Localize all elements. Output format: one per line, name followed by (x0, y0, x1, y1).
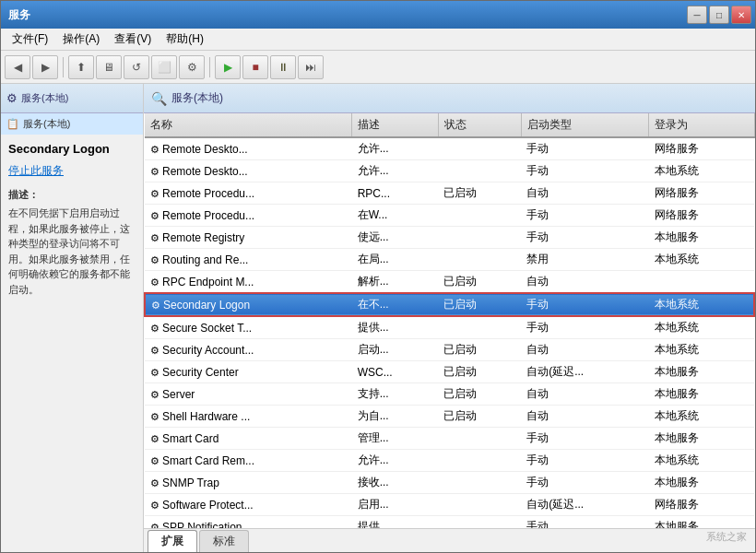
toolbar: ◀ ▶ ⬆ 🖥 ↺ ⬜ ⚙ ▶ ■ ⏸ ⏭ (1, 51, 755, 84)
tab-standard[interactable]: 标准 (199, 530, 249, 552)
left-panel-header: ⚙ 服务(本地) (1, 84, 143, 113)
service-logon-cell (649, 271, 754, 294)
service-name-cell: ⚙Security Center (145, 361, 352, 383)
service-name-cell: ⚙Remote Registry (145, 227, 352, 249)
service-status-cell (438, 249, 521, 271)
service-desc-cell: 接收... (352, 472, 439, 494)
service-logon-cell: 本地系统 (649, 160, 754, 182)
restart-service-button[interactable]: ⏭ (298, 55, 324, 79)
show-hide-button[interactable]: 🖥 (96, 55, 122, 79)
service-startup-cell: 禁用 (521, 249, 649, 271)
selected-service-title: Secondary Logon (8, 142, 136, 156)
tab-expand[interactable]: 扩展 (148, 530, 197, 552)
service-status-cell: 已启动 (438, 293, 521, 316)
service-startup-cell: 自动 (521, 271, 649, 294)
export-button[interactable]: ⬜ (151, 55, 177, 79)
stop-service-button[interactable]: ■ (242, 55, 268, 79)
col-logon[interactable]: 登录为 (649, 113, 754, 137)
desc-label: 描述： (8, 188, 136, 202)
service-name-cell: ⚙RPC Endpoint M... (145, 271, 352, 294)
service-startup-cell: 手动 (521, 205, 649, 227)
stop-service-link[interactable]: 停止此服务 (8, 163, 136, 179)
pause-service-button[interactable]: ⏸ (270, 55, 296, 79)
table-row[interactable]: ⚙Secure Socket T...提供...手动本地系统 (145, 316, 754, 339)
watermark: 系统之家 (706, 530, 747, 544)
service-icon: ⚙ (150, 367, 159, 379)
menu-file[interactable]: 文件(F) (5, 29, 55, 49)
table-row[interactable]: ⚙Server支持...已启动自动本地服务 (145, 383, 754, 406)
service-desc-cell: WSC... (352, 361, 439, 383)
service-status-cell (438, 494, 521, 516)
properties-button[interactable]: ⚙ (179, 55, 205, 79)
service-icon: ⚙ (150, 455, 159, 467)
table-row[interactable]: ⚙Remote Procedu...在W...手动网络服务 (145, 205, 754, 227)
service-desc-cell: 提供... (352, 316, 439, 339)
service-startup-cell: 手动 (521, 227, 649, 249)
service-info-panel: Secondary Logon 停止此服务 描述： 在不同凭据下启用启动过程，如… (1, 135, 143, 552)
table-row[interactable]: ⚙Smart Card Rem...允许...手动本地系统 (145, 450, 754, 472)
menu-help[interactable]: 帮助(H) (159, 29, 211, 49)
service-icon: ⚙ (150, 166, 159, 178)
table-row[interactable]: ⚙Smart Card管理...手动本地服务 (145, 428, 754, 450)
service-status-cell: 已启动 (438, 182, 521, 205)
service-status-cell: 已启动 (438, 383, 521, 406)
col-status[interactable]: 状态 (438, 113, 521, 137)
service-icon: ⚙ (150, 254, 159, 266)
table-row[interactable]: ⚙Security CenterWSC...已启动自动(延迟...本地服务 (145, 361, 754, 383)
right-panel-title: 服务(本地) (171, 90, 223, 106)
table-row[interactable]: ⚙SPP Notification ...提供...手动本地服务 (145, 516, 754, 529)
forward-button[interactable]: ▶ (32, 55, 58, 79)
service-table-container[interactable]: 名称 描述 状态 启动类型 登录为 ⚙Remote Deskto...允许...… (144, 113, 755, 528)
table-row[interactable]: ⚙Shell Hardware ...为自...已启动自动本地系统 (145, 406, 754, 428)
table-row[interactable]: ⚙Remote Registry使远...手动本地服务 (145, 227, 754, 249)
col-desc[interactable]: 描述 (352, 113, 439, 137)
table-row[interactable]: ⚙RPC Endpoint M...解析...已启动自动 (145, 271, 754, 294)
title-bar-buttons: ─ □ ✕ (687, 6, 751, 24)
table-row[interactable]: ⚙Remote Deskto...允许...手动网络服务 (145, 137, 754, 160)
back-button[interactable]: ◀ (5, 55, 30, 79)
minimize-button[interactable]: ─ (687, 6, 707, 24)
service-logon-cell: 网络服务 (649, 137, 754, 160)
service-status-cell: 已启动 (438, 339, 521, 361)
close-button[interactable]: ✕ (731, 6, 751, 24)
service-status-cell (438, 205, 521, 227)
service-logon-cell: 本地服务 (649, 428, 754, 450)
service-name-cell: ⚙Software Protect... (145, 494, 352, 516)
service-status-cell (438, 472, 521, 494)
service-startup-cell: 自动(延迟... (521, 494, 649, 516)
service-status-cell (438, 160, 521, 182)
table-row[interactable]: ⚙SNMP Trap接收...手动本地服务 (145, 472, 754, 494)
start-service-button[interactable]: ▶ (215, 55, 241, 79)
table-row[interactable]: ⚙Secondary Logon在不...已启动手动本地系统 (145, 293, 754, 316)
table-row[interactable]: ⚙Remote Deskto...允许...手动本地系统 (145, 160, 754, 182)
refresh-button[interactable]: ↺ (124, 55, 149, 79)
title-bar: 服务 ─ □ ✕ (1, 1, 755, 29)
service-logon-cell: 本地系统 (649, 450, 754, 472)
window-title: 服务 (8, 7, 30, 23)
col-startup[interactable]: 启动类型 (521, 113, 649, 137)
left-panel: ⚙ 服务(本地) 📋 服务(本地) Secondary Logon 停止此服务 … (1, 84, 144, 552)
service-startup-cell: 自动 (521, 406, 649, 428)
service-icon: ⚙ (150, 232, 159, 244)
menu-view[interactable]: 查看(V) (107, 29, 159, 49)
table-row[interactable]: ⚙Security Account...启动...已启动自动本地系统 (145, 339, 754, 361)
service-name-cell: ⚙Secure Socket T... (145, 316, 352, 339)
service-startup-cell: 自动 (521, 383, 649, 406)
table-row[interactable]: ⚙Software Protect...启用...自动(延迟...网络服务 (145, 494, 754, 516)
service-status-cell: 已启动 (438, 361, 521, 383)
local-services-tree-item[interactable]: 📋 服务(本地) (1, 113, 143, 135)
service-name-cell: ⚙SPP Notification ... (145, 516, 352, 529)
restore-button[interactable]: □ (709, 6, 729, 24)
col-name[interactable]: 名称 (145, 113, 352, 137)
service-icon: ⚙ (150, 411, 159, 423)
service-desc-cell: 解析... (352, 271, 439, 294)
up-button[interactable]: ⬆ (68, 55, 94, 79)
table-row[interactable]: ⚙Remote Procedu...RPC...已启动自动网络服务 (145, 182, 754, 205)
service-desc-cell: 允许... (352, 450, 439, 472)
tree-item-icon: 📋 (6, 118, 19, 130)
magnifier-icon: 🔍 (151, 91, 167, 106)
service-startup-cell: 自动 (521, 182, 649, 205)
table-row[interactable]: ⚙Routing and Re...在局...禁用本地系统 (145, 249, 754, 271)
menu-action[interactable]: 操作(A) (55, 29, 107, 49)
service-logon-cell: 本地服务 (649, 383, 754, 406)
